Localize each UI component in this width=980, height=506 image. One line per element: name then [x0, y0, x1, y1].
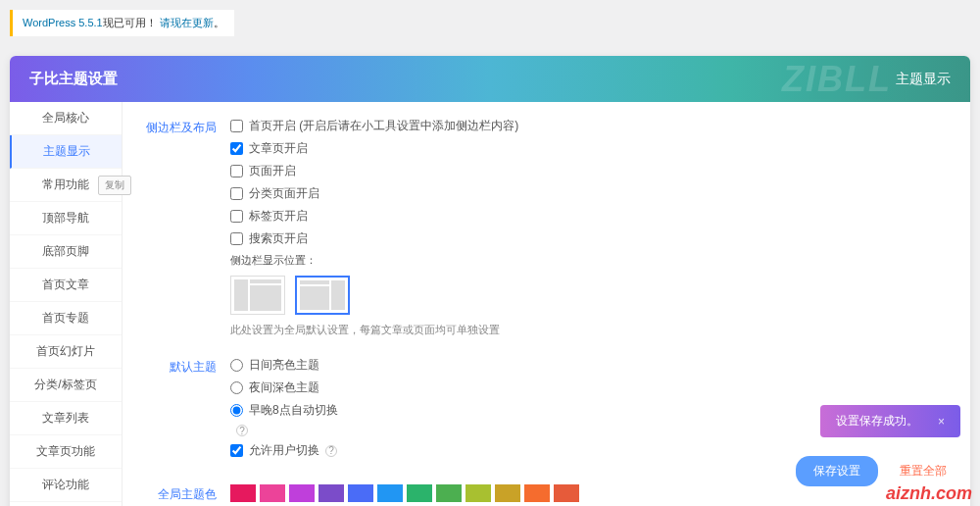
save-toast: 设置保存成功。 ×: [820, 405, 960, 437]
sidebar-item[interactable]: 分类/标签页: [10, 369, 122, 402]
notice-text: 现已可用！: [103, 17, 157, 28]
allow-user-switch-label: 允许用户切换: [249, 442, 319, 459]
radio-row: 日间亮色主题: [230, 357, 951, 374]
close-icon[interactable]: ×: [938, 415, 945, 429]
sidebar-position-label: 侧边栏显示位置：: [230, 253, 951, 268]
checkbox[interactable]: [230, 210, 243, 223]
color-swatch[interactable]: [495, 484, 520, 502]
checkbox-label: 标签页开启: [249, 208, 308, 225]
color-swatch[interactable]: [260, 484, 285, 502]
sidebar-item[interactable]: 首页专题: [10, 302, 122, 335]
action-bar: 保存设置 重置全部: [796, 456, 960, 486]
update-notice: WordPress 5.5.1现已可用！ 请现在更新。: [10, 10, 234, 36]
color-swatch[interactable]: [348, 484, 373, 502]
sidebar-item[interactable]: 顶部导航: [10, 202, 122, 235]
checkbox-label: 搜索页开启: [249, 230, 308, 247]
color-swatch[interactable]: [524, 484, 550, 502]
sidebar-item[interactable]: 首页幻灯片: [10, 335, 122, 369]
checkbox-row: 标签页开启: [230, 208, 951, 225]
radio[interactable]: [230, 404, 243, 417]
color-swatch[interactable]: [436, 484, 462, 502]
color-swatch[interactable]: [318, 484, 344, 502]
sidebar-item[interactable]: 首页文章: [10, 269, 122, 302]
wp-version-link[interactable]: WordPress 5.5.1: [23, 17, 103, 28]
checkbox-label: 首页开启 (开启后请在小工具设置中添加侧边栏内容): [249, 118, 518, 134]
help-icon[interactable]: ?: [236, 425, 248, 436]
section-sidebar-layout: 侧边栏及布局 首页开启 (开启后请在小工具设置中添加侧边栏内容)文章页开启页面开…: [142, 112, 951, 337]
radio-label: 早晚8点自动切换: [249, 402, 338, 419]
layout-right-sidebar[interactable]: [295, 276, 350, 315]
settings-content: 侧边栏及布局 首页开启 (开启后请在小工具设置中添加侧边栏内容)文章页开启页面开…: [122, 102, 970, 506]
checkbox[interactable]: [230, 165, 243, 177]
checkbox[interactable]: [230, 120, 243, 132]
color-swatch[interactable]: [377, 484, 403, 502]
settings-panel: 子比主题设置 ZIBLL 主题显示 全局核心主题显示常用功能顶部导航底部页脚首页…: [10, 56, 970, 506]
sidebar-item[interactable]: 全局核心: [10, 102, 122, 135]
radio[interactable]: [230, 381, 243, 394]
save-button[interactable]: 保存设置: [796, 456, 878, 486]
checkbox[interactable]: [230, 232, 243, 245]
checkbox-row: 搜索页开启: [230, 230, 951, 247]
layout-note: 此处设置为全局默认设置，每篇文章或页面均可单独设置: [230, 323, 951, 337]
checkbox-row: 文章页开启: [230, 140, 951, 157]
checkbox[interactable]: [230, 142, 243, 155]
color-swatch[interactable]: [554, 484, 579, 502]
checkbox-label: 文章页开启: [249, 140, 308, 157]
color-swatch[interactable]: [407, 484, 432, 502]
layout-options: [230, 276, 951, 315]
field-label: 侧边栏及布局: [142, 118, 230, 337]
sidebar-item[interactable]: 个人中心: [10, 502, 122, 506]
allow-user-switch-checkbox[interactable]: [230, 444, 243, 457]
panel-subtitle: 主题显示: [896, 71, 951, 88]
color-swatch[interactable]: [230, 484, 256, 502]
checkbox-row: 分类页面开启: [230, 185, 951, 202]
toast-text: 设置保存成功。: [836, 413, 918, 430]
checkbox-label: 页面开启: [249, 163, 296, 179]
radio-label: 夜间深色主题: [249, 380, 319, 396]
field-label: 默认主题: [142, 357, 230, 465]
settings-sidebar: 全局核心主题显示常用功能顶部导航底部页脚首页文章首页专题首页幻灯片分类/标签页文…: [10, 102, 122, 506]
header-bg-text: ZIBLL: [782, 59, 892, 100]
checkbox-label: 分类页面开启: [249, 185, 319, 202]
panel-title: 子比主题设置: [29, 70, 118, 88]
radio-label: 日间亮色主题: [249, 357, 319, 374]
reset-button[interactable]: 重置全部: [886, 456, 960, 486]
checkbox[interactable]: [230, 187, 243, 200]
sidebar-item[interactable]: 文章页功能: [10, 435, 122, 469]
layout-left-sidebar[interactable]: [230, 276, 285, 315]
radio-row: 夜间深色主题: [230, 380, 951, 396]
color-swatch[interactable]: [289, 484, 315, 502]
checkbox-row: 页面开启: [230, 163, 951, 179]
update-now-link[interactable]: 请现在更新: [160, 17, 214, 28]
field-label: 全局主题色: [142, 484, 230, 506]
color-swatches: [230, 484, 951, 502]
copy-badge[interactable]: 复制: [98, 176, 131, 195]
sidebar-item[interactable]: 评论功能: [10, 469, 122, 502]
color-swatch[interactable]: [466, 484, 491, 502]
panel-header: 子比主题设置 ZIBLL 主题显示: [10, 56, 970, 102]
checkbox-row: 首页开启 (开启后请在小工具设置中添加侧边栏内容): [230, 118, 951, 134]
sidebar-item[interactable]: 主题显示: [10, 135, 122, 169]
sidebar-item[interactable]: 文章列表: [10, 402, 122, 435]
sidebar-item[interactable]: 底部页脚: [10, 235, 122, 269]
help-icon[interactable]: ?: [325, 445, 337, 457]
radio[interactable]: [230, 359, 243, 372]
